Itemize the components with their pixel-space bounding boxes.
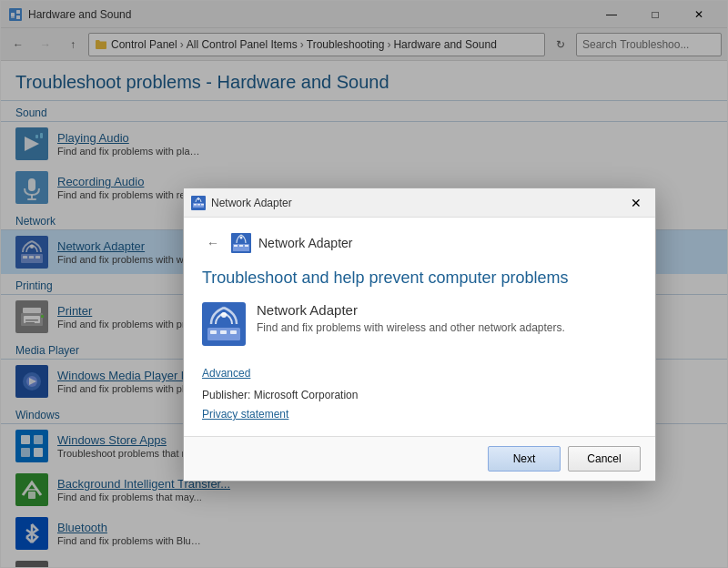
svg-point-68 (240, 237, 243, 239)
dialog-item-title: Network Adapter (257, 302, 637, 318)
dialog-item-icon (202, 302, 246, 346)
dialog-nav-title: Network Adapter (258, 236, 353, 250)
publisher-row: Publisher: Microsoft Corporation (202, 389, 637, 401)
svg-point-74 (221, 312, 227, 318)
dialog-nav-row: ← Network Adapter (202, 232, 637, 254)
cancel-button[interactable]: Cancel (568, 446, 641, 472)
main-window: Hardware and Sound — □ ✕ ← → ↑ Control P… (0, 0, 728, 568)
dialog-section-title: Troubleshoot and help prevent computer p… (202, 269, 637, 288)
dialog-footer: Next Cancel (184, 436, 655, 481)
privacy-link[interactable]: Privacy statement (202, 408, 288, 421)
dialog-nav-icon (231, 233, 251, 253)
svg-rect-72 (220, 330, 227, 334)
svg-rect-73 (230, 330, 237, 334)
dialog-icon (191, 196, 206, 210)
dialog-item-row: Network Adapter Find and fix problems wi… (202, 302, 637, 346)
dialog-back-button[interactable]: ← (202, 232, 224, 254)
dialog-overlay: Network Adapter ✕ ← (1, 1, 727, 567)
svg-rect-71 (210, 330, 217, 334)
advanced-link[interactable]: Advanced (202, 367, 250, 380)
dialog-titlebar-left: Network Adapter (191, 196, 292, 210)
network-adapter-dialog: Network Adapter ✕ ← (183, 188, 656, 482)
svg-rect-61 (201, 204, 204, 206)
svg-rect-59 (194, 204, 197, 206)
svg-point-62 (197, 198, 199, 200)
next-button[interactable]: Next (488, 446, 561, 472)
dialog-title: Network Adapter (211, 197, 292, 209)
dialog-item-desc: Find and fix problems with wireless and … (257, 321, 637, 334)
dialog-close-button[interactable]: ✕ (624, 191, 648, 215)
dialog-titlebar: Network Adapter ✕ (184, 188, 655, 218)
svg-rect-66 (239, 245, 243, 247)
svg-rect-65 (234, 245, 238, 247)
svg-rect-67 (245, 245, 248, 247)
dialog-item-text: Network Adapter Find and fix problems wi… (257, 302, 637, 334)
dialog-content: ← Network Adapter Troubleshoot and he (184, 218, 655, 436)
svg-rect-60 (197, 204, 200, 206)
